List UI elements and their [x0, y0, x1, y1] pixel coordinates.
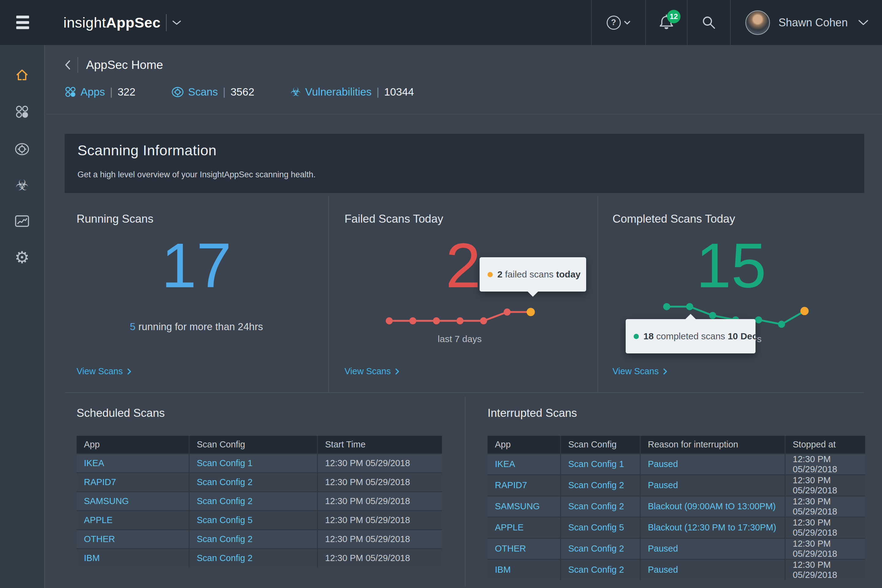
stopped-at-cell: 12:30 PM 05/29/2018 — [785, 559, 865, 580]
stat-separator: | — [110, 86, 113, 98]
scan-health-cards: Running Scans 17 5 running for more than… — [64, 196, 864, 393]
apps-grid-icon — [64, 86, 76, 98]
panel-title: Scanning Information — [78, 142, 216, 159]
sidebar-item-apps[interactable] — [15, 104, 29, 119]
scan-config-link[interactable]: Scan Config 1 — [189, 453, 317, 472]
sidebar-item-vulnerabilities[interactable]: ☣ — [15, 178, 29, 192]
scan-config-link[interactable]: Scan Config 2 — [560, 538, 640, 559]
app-link[interactable]: IBM — [76, 549, 189, 567]
scan-config-link[interactable]: Scan Config 2 — [560, 475, 640, 496]
page-title: AppSec Home — [86, 58, 163, 72]
start-time-cell: 12:30 PM 05/29/2018 — [317, 549, 442, 567]
sidebar-item-reports[interactable] — [15, 214, 29, 228]
column-header-scan-config: Scan Config — [560, 436, 640, 453]
completed-scans-count: 15 — [598, 234, 864, 297]
biohazard-icon: ☣ — [15, 178, 28, 192]
chevron-right-icon — [395, 368, 399, 375]
section-title: Scheduled Scans — [76, 407, 165, 420]
scheduled-scans-table: App Scan Config Start Time IKEAScan Conf… — [76, 436, 442, 567]
completed-scans-card: Completed Scans Today 15 last 7 days 18 … — [598, 196, 864, 392]
card-title: Failed Scans Today — [345, 213, 443, 225]
start-time-cell: 12:30 PM 05/29/2018 — [317, 472, 442, 492]
sidebar-item-settings[interactable]: ⚙ — [15, 250, 29, 265]
menu-icon[interactable] — [16, 16, 29, 29]
view-scans-link[interactable]: View Scans — [345, 366, 399, 376]
notifications-button[interactable]: 12 — [645, 0, 687, 45]
app-link[interactable]: RAPID7 — [488, 475, 560, 496]
table-row: RAPID7Scan Config 212:30 PM 05/29/2018 — [76, 472, 442, 492]
app-link[interactable]: SAMSUNG — [76, 492, 189, 510]
help-menu-button[interactable]: ? — [591, 0, 645, 45]
chevron-left-icon — [64, 60, 71, 70]
app-link[interactable]: APPLE — [488, 517, 560, 538]
chevron-down-icon[interactable] — [172, 20, 181, 26]
biohazard-icon: ☣ — [291, 86, 301, 98]
chevron-down-icon — [624, 21, 631, 25]
breadcrumb-divider — [78, 57, 78, 73]
sparkline-point — [755, 316, 762, 323]
view-scans-link[interactable]: View Scans — [76, 366, 131, 376]
orange-dot-icon — [488, 272, 493, 277]
logo-divider — [166, 14, 166, 31]
card-title: Running Scans — [76, 213, 153, 225]
product-logo[interactable]: insightAppSec — [63, 0, 181, 45]
table-row: IKEAScan Config 1Paused12:30 PM 05/29/20… — [488, 453, 865, 475]
logo-text: insightAppSec — [63, 14, 160, 31]
topbar-actions: ? 12 — [591, 0, 882, 45]
sparkline-point — [504, 308, 511, 315]
appsec-dashboard: insightAppSec ? 12 — [0, 0, 882, 588]
home-icon — [15, 68, 29, 81]
scan-config-link[interactable]: Scan Config 2 — [189, 492, 317, 510]
app-link[interactable]: SAMSUNG — [488, 496, 560, 517]
start-time-cell: 12:30 PM 05/29/2018 — [317, 510, 442, 530]
help-icon: ? — [607, 16, 621, 30]
gear-icon: ⚙ — [15, 249, 29, 266]
sparkline-caption: last 7 days — [380, 334, 539, 344]
stat-value: 3562 — [231, 86, 255, 98]
sparkline-point — [457, 317, 464, 324]
sidebar-item-scans[interactable] — [15, 142, 29, 156]
app-link[interactable]: IKEA — [76, 453, 189, 472]
stat-separator: | — [376, 86, 379, 98]
app-link[interactable]: OTHER — [488, 538, 560, 559]
scan-config-link[interactable]: Scan Config 2 — [189, 472, 317, 492]
scan-config-link[interactable]: Scan Config 5 — [560, 517, 640, 538]
table-row: APPLEScan Config 5Blackout (12:30 PM to … — [488, 517, 865, 538]
stat-label: Scans — [188, 86, 218, 98]
table-row: SAMSUNGScan Config 2Blackout (09:00AM tO… — [488, 496, 865, 517]
start-time-cell: 12:30 PM 05/29/2018 — [317, 492, 442, 510]
view-scans-link[interactable]: View Scans — [612, 366, 668, 376]
scan-config-link[interactable]: Scan Config 2 — [189, 530, 317, 549]
search-button[interactable] — [687, 0, 730, 45]
breadcrumb: AppSec Home — [64, 56, 163, 74]
section-title: Interrupted Scans — [488, 407, 577, 420]
sparkline-point — [386, 317, 393, 324]
stat-scans[interactable]: Scans | 3562 — [171, 86, 254, 98]
table-row: OTHERScan Config 212:30 PM 05/29/2018 — [76, 530, 442, 549]
sparkline-point — [663, 303, 670, 310]
sidebar-item-home[interactable] — [15, 68, 29, 82]
start-time-cell: 12:30 PM 05/29/2018 — [317, 453, 442, 472]
stopped-at-cell: 12:30 PM 05/29/2018 — [785, 496, 865, 517]
stat-vulnerabilities[interactable]: ☣ Vulnerabilities | 10344 — [291, 86, 414, 98]
scan-config-link[interactable]: Scan Config 2 — [560, 559, 640, 580]
user-menu[interactable]: Shawn Cohen — [730, 0, 882, 45]
column-header-reason: Reason for interruption — [640, 436, 785, 453]
app-link[interactable]: APPLE — [76, 510, 189, 530]
app-link[interactable]: IKEA — [488, 453, 560, 475]
scan-target-icon — [171, 86, 184, 98]
failed-scans-tooltip: 2 failed scans today — [480, 257, 586, 291]
app-link[interactable]: RAPID7 — [76, 472, 189, 492]
stat-label: Apps — [81, 86, 105, 98]
scan-config-link[interactable]: Scan Config 2 — [189, 549, 317, 567]
stat-apps[interactable]: Apps | 322 — [64, 86, 135, 98]
app-link[interactable]: OTHER — [76, 530, 189, 549]
scan-config-link[interactable]: Scan Config 1 — [560, 453, 640, 475]
scan-config-link[interactable]: Scan Config 5 — [189, 510, 317, 530]
column-header-stopped-at: Stopped at — [785, 436, 865, 453]
top-bar: insightAppSec ? 12 — [0, 0, 882, 45]
interruption-reason-cell: Blackout (12:30 PM to 17:30PM) — [640, 517, 785, 538]
app-link[interactable]: IBM — [488, 559, 560, 580]
scan-config-link[interactable]: Scan Config 2 — [560, 496, 640, 517]
back-button[interactable] — [64, 60, 71, 70]
